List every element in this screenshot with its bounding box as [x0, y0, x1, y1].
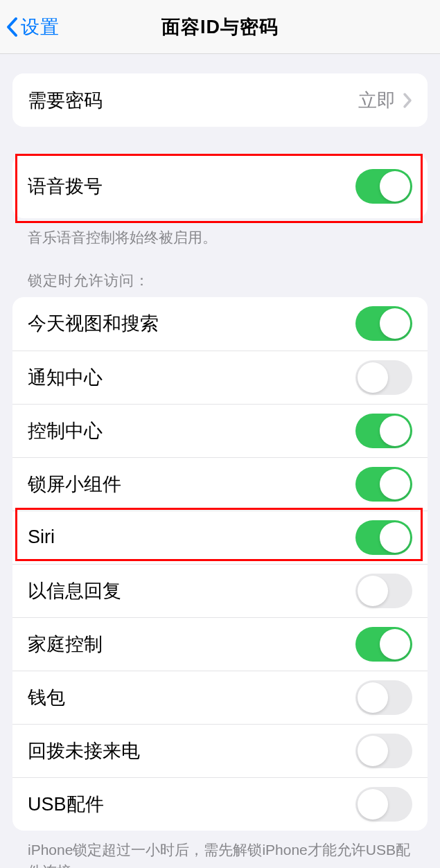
lock-access-footer: iPhone锁定超过一小时后，需先解锁iPhone才能允许USB配件连接。 [12, 831, 428, 869]
lock-access-header: 锁定时允许访问： [12, 249, 428, 297]
lock-access-toggle[interactable] [355, 360, 412, 395]
require-passcode-group: 需要密码 立即 [12, 73, 428, 127]
back-label: 设置 [21, 15, 60, 39]
lock-access-item-label: 今天视图和搜索 [28, 311, 159, 336]
voice-dial-group: 语音拨号 [12, 154, 428, 218]
voice-dial-toggle[interactable] [355, 169, 412, 204]
lock-access-row: Siri [12, 511, 428, 564]
lock-access-item-label: 钱包 [28, 685, 65, 710]
lock-access-item-label: 以信息回复 [28, 578, 121, 603]
lock-access-row: 家庭控制 [12, 617, 428, 671]
lock-access-row: 以信息回复 [12, 564, 428, 617]
lock-access-toggle[interactable] [355, 520, 412, 555]
lock-access-toggle[interactable] [355, 627, 412, 662]
require-passcode-value: 立即 [358, 88, 396, 113]
require-passcode-label: 需要密码 [28, 88, 103, 113]
chevron-right-icon [403, 92, 412, 109]
lock-access-toggle[interactable] [355, 680, 412, 715]
lock-access-toggle[interactable] [355, 734, 412, 768]
lock-access-item-label: USB配件 [28, 792, 104, 817]
nav-header: 设置 面容ID与密码 [0, 0, 440, 54]
voice-dial-row: 语音拨号 [12, 154, 428, 218]
lock-access-toggle[interactable] [355, 306, 412, 341]
lock-access-item-label: 回拨未接来电 [28, 738, 140, 763]
lock-access-item-label: 锁屏小组件 [28, 472, 121, 497]
require-passcode-row[interactable]: 需要密码 立即 [12, 73, 428, 127]
lock-access-row: 锁屏小组件 [12, 457, 428, 511]
lock-access-toggle[interactable] [355, 787, 412, 822]
back-button[interactable]: 设置 [6, 15, 60, 39]
lock-access-row: 回拨未接来电 [12, 724, 428, 777]
lock-access-row: 今天视图和搜索 [12, 297, 428, 351]
lock-access-group: 今天视图和搜索通知中心控制中心锁屏小组件Siri以信息回复家庭控制钱包回拨未接来… [12, 297, 428, 831]
lock-access-row: 钱包 [12, 671, 428, 724]
lock-access-toggle[interactable] [355, 414, 412, 448]
lock-access-item-label: Siri [28, 526, 55, 548]
lock-access-item-label: 通知中心 [28, 365, 103, 390]
lock-access-item-label: 控制中心 [28, 418, 103, 443]
lock-access-toggle[interactable] [355, 574, 412, 608]
lock-access-toggle[interactable] [355, 467, 412, 502]
lock-access-item-label: 家庭控制 [28, 632, 103, 657]
page-title: 面容ID与密码 [0, 15, 440, 39]
voice-dial-footer: 音乐语音控制将始终被启用。 [12, 218, 428, 249]
lock-access-row: USB配件 [12, 777, 428, 831]
lock-access-row: 控制中心 [12, 404, 428, 457]
chevron-left-icon [6, 17, 18, 37]
voice-dial-label: 语音拨号 [28, 174, 103, 199]
lock-access-row: 通知中心 [12, 351, 428, 404]
